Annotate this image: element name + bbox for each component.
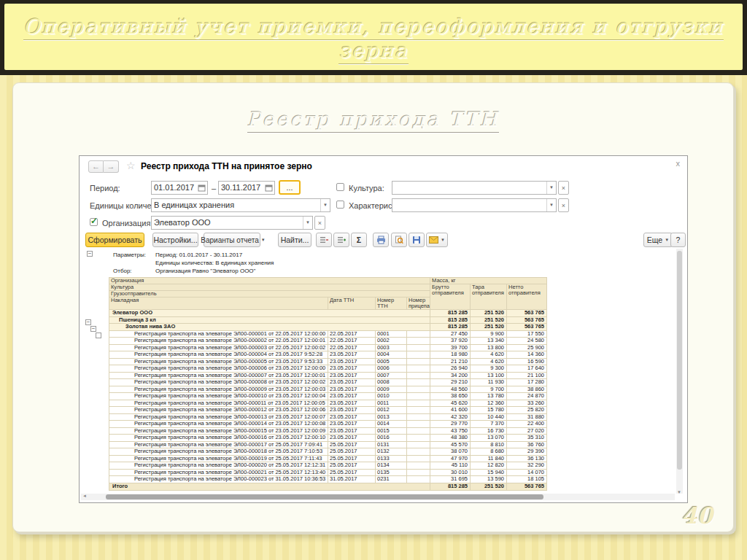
period-to-input[interactable]: 30.11.2017 [218,181,275,195]
report-row[interactable]: Регистрация транспорта на элеваторе ЭЛ00… [109,386,547,393]
period-dash: – [212,184,216,192]
horizontal-scrollbar[interactable]: ◄ [81,494,675,500]
col-mass: Масса, кг [430,278,547,284]
report-row[interactable]: Регистрация транспорта на элеваторе ЭЛ00… [109,351,547,359]
period-from-input[interactable]: 01.01.2017 [151,181,208,195]
favorite-star-icon[interactable]: ☆ [126,160,136,171]
vertical-scrollbar[interactable]: ▼ [676,249,683,494]
report-row[interactable]: Регистрация транспорта на элеваторе ЭЛ00… [109,413,547,421]
report-row[interactable]: Регистрация транспорта на элеваторе ЭЛ00… [109,455,547,462]
group-row[interactable]: Золотая нива ЗАО815 285251 520563 765 [109,324,547,331]
report-row[interactable]: Регистрация транспорта на элеваторе ЭЛ00… [109,462,547,470]
back-button[interactable]: ← [88,160,104,173]
col-net: Нетто отправителя [507,284,547,310]
preview-button[interactable] [391,233,407,247]
report-row[interactable]: Регистрация транспорта на элеваторе ЭЛ00… [109,448,547,456]
report-row[interactable]: Регистрация транспорта на элеваторе ЭЛ00… [109,330,547,338]
horizontal-scrollbar-thumb[interactable] [106,494,543,499]
col-date: Дата ТТН [328,298,376,310]
group-row[interactable]: Пшеница 3 кл815 285251 520563 765 [109,316,547,324]
chevron-down-icon[interactable]: ▼ [546,199,556,211]
slide-title: Оперативный учет приемки, переоформления… [4,15,743,63]
report-row[interactable]: Регистрация транспорта на элеваторе ЭЛ00… [109,435,547,442]
sum-button[interactable]: Σ [351,233,367,247]
org-label: Организация: [102,219,152,228]
period-more-button[interactable]: ... [279,180,301,195]
find-button[interactable]: Найти... [278,233,311,247]
characteristic-checkbox[interactable] [336,201,344,209]
forward-icon: → [107,162,115,171]
report-subtitle: Реестр прихода ТТН [13,108,733,131]
window-title: Реестр прихода ТТН на принятое зерно [141,161,312,171]
culture-label: Культура: [349,184,384,192]
total-row[interactable]: Итого815 285251 520563 765 [109,483,547,490]
more-button[interactable]: Еще ▼ [643,233,673,247]
generate-button[interactable]: Сформировать [85,233,144,247]
calendar-icon[interactable] [265,184,273,192]
params-units: Единицы количества: В единицах хранения [155,259,274,267]
nav-buttons: ← → [88,160,119,173]
scroll-left-icon[interactable]: ◄ [82,494,87,498]
slide-header: Оперативный учет приемки, переоформления… [0,0,747,75]
header-row: Организация Масса, кг [109,278,547,284]
culture-select[interactable]: ▼ [392,181,557,195]
forward-button[interactable]: → [104,160,119,173]
report-row[interactable]: Регистрация транспорта на элеваторе ЭЛ00… [109,365,547,373]
close-icon[interactable]: x [676,159,681,168]
org-select[interactable]: Элеватор ООО ▼ [151,216,313,230]
units-select[interactable]: В единицах хранения ▼ [151,198,330,212]
report-row[interactable]: Регистрация транспорта на элеваторе ЭЛ00… [109,421,547,428]
report-window: ← → ☆ Реестр прихода ТТН на принятое зер… [79,155,688,503]
org-checkbox[interactable]: ✓ [90,218,98,226]
col-culture: Культура [109,284,430,291]
report-row[interactable]: Регистрация транспорта на элеваторе ЭЛ00… [109,407,547,414]
report-row[interactable]: Регистрация транспорта на элеваторе ЭЛ00… [109,338,547,345]
report-row[interactable]: Регистрация транспорта на элеваторе ЭЛ00… [109,400,547,407]
report-row[interactable]: Регистрация транспорта на элеваторе ЭЛ00… [109,358,547,365]
characteristic-select[interactable]: ▼ [392,198,557,212]
group-row[interactable]: Элеватор ООО815 285251 520563 765 [109,310,547,317]
report-row[interactable]: Регистрация транспорта на элеваторе ЭЛ00… [109,379,547,386]
chevron-down-icon[interactable]: ▼ [303,217,312,229]
content-panel: Реестр прихода ТТН ← → ☆ Реестр прихода … [12,82,734,532]
collapse-groups-button[interactable] [316,233,332,247]
report-row[interactable]: Регистрация транспорта на элеваторе ЭЛ00… [109,393,547,400]
culture-checkbox[interactable] [336,183,344,191]
report-row[interactable]: Регистрация транспорта на элеваторе ЭЛ00… [109,372,547,379]
expand-groups-icon [337,236,346,244]
print-button[interactable] [373,233,389,247]
report-row[interactable]: Регистрация транспорта на элеваторе ЭЛ00… [109,427,547,435]
chevron-down-icon[interactable]: ▼ [546,182,556,194]
calendar-icon[interactable] [198,184,206,192]
params-period: Период: 01.01.2017 - 30.11.2017 [155,251,274,259]
help-button[interactable]: ? [670,233,686,247]
header-row: Культура Брутто отправителя Тара отправи… [109,284,547,291]
report-variants-button[interactable]: Варианты отчета ▼ [204,233,260,247]
expand-groups-button[interactable] [333,233,349,247]
filter-value: Организация Равно "Элеватор ООО" [155,267,274,275]
envelope-icon [429,236,438,244]
vertical-scrollbar-thumb[interactable] [677,251,682,470]
settings-button[interactable]: Настройки... [152,233,198,247]
group-expander[interactable]: − [85,319,91,325]
chevron-down-icon: ▼ [665,238,669,242]
chevron-down-icon[interactable]: ▼ [320,199,330,211]
back-icon: ← [92,162,100,171]
chevron-down-icon: ▼ [261,238,266,242]
org-clear-icon[interactable]: × [314,216,325,230]
group-expander[interactable] [96,332,101,338]
params-expander[interactable]: − [87,251,93,257]
group-expander[interactable]: − [90,326,96,332]
scroll-down-icon[interactable]: ▼ [677,490,681,494]
check-icon: ✓ [90,216,98,226]
report-row[interactable]: Регистрация транспорта на элеваторе ЭЛ00… [109,476,547,483]
report-row[interactable]: Регистрация транспорта на элеваторе ЭЛ00… [109,344,547,351]
culture-clear-icon[interactable]: × [558,181,569,195]
characteristic-clear-icon[interactable]: × [558,198,569,212]
period-label: Период: [90,184,120,192]
report-table: Организация Масса, кг Культура Брутто от… [109,277,547,491]
report-row[interactable]: Регистрация транспорта на элеваторе ЭЛ00… [109,441,547,448]
save-button[interactable] [409,233,425,247]
send-email-button[interactable]: ▼ [426,233,448,247]
report-row[interactable]: Регистрация транспорта на элеваторе ЭЛ00… [109,469,547,476]
